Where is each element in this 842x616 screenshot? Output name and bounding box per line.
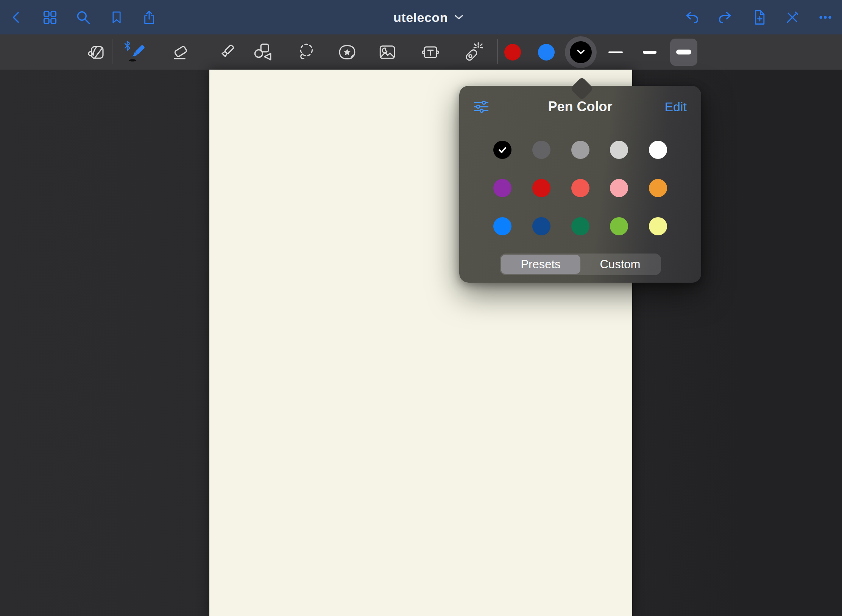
swatch-row xyxy=(493,141,667,159)
shapes-icon xyxy=(253,42,274,63)
back-button[interactable] xyxy=(3,5,29,30)
more-icon xyxy=(817,9,834,26)
popover-title: Pen Color xyxy=(548,99,612,115)
swatch-row xyxy=(493,179,667,197)
redo-icon xyxy=(716,9,733,26)
document-title: utelecon xyxy=(393,10,448,25)
eraser-tool-button[interactable] xyxy=(168,39,193,65)
lasso-tool-button[interactable] xyxy=(293,39,318,65)
color-swatch[interactable] xyxy=(571,179,589,197)
laser-pointer-icon xyxy=(462,42,483,63)
bookmark-button[interactable] xyxy=(104,5,129,30)
thickness-thick-button[interactable] xyxy=(670,39,697,66)
color-swatch[interactable] xyxy=(493,217,511,235)
add-page-icon xyxy=(751,9,767,26)
color-swatch-selected[interactable] xyxy=(493,141,511,159)
sticker-star-icon xyxy=(337,42,358,63)
color-slot-red[interactable] xyxy=(504,44,521,61)
thickness-medium-button[interactable] xyxy=(636,39,663,66)
grid-icon xyxy=(42,9,58,26)
pages-overview-button[interactable] xyxy=(37,5,63,30)
laser-pointer-tool-button[interactable] xyxy=(460,39,485,65)
highlighter-tool-button[interactable] xyxy=(214,39,239,65)
color-swatch[interactable] xyxy=(649,217,667,235)
thin-stroke-preview xyxy=(608,51,623,53)
toolbar-divider xyxy=(112,39,112,64)
color-swatch[interactable] xyxy=(532,141,550,159)
edit-colors-button[interactable]: Edit xyxy=(664,100,687,114)
back-icon xyxy=(9,9,24,26)
chevron-down-icon xyxy=(455,15,463,20)
text-tool-button[interactable] xyxy=(418,39,443,65)
shapes-tool-button[interactable] xyxy=(250,39,276,65)
medium-stroke-preview xyxy=(643,51,656,54)
scroll-mode-icon xyxy=(86,42,106,62)
segment-custom[interactable]: Custom xyxy=(580,255,660,274)
color-swatch[interactable] xyxy=(649,141,667,159)
thick-stroke-preview xyxy=(676,50,691,54)
scroll-mode-button[interactable] xyxy=(83,39,109,65)
pen-settings-button[interactable] xyxy=(474,100,489,114)
swatch-row xyxy=(493,217,667,235)
pen-tool-button[interactable] xyxy=(125,39,150,65)
share-button[interactable] xyxy=(136,5,162,30)
redo-button[interactable] xyxy=(712,5,738,30)
highlighter-icon xyxy=(216,42,237,62)
pen-color-popover: Pen Color Edit Presets Custom xyxy=(459,86,701,283)
image-tool-button[interactable] xyxy=(374,39,400,65)
more-options-button[interactable] xyxy=(812,5,838,30)
undo-icon xyxy=(684,9,701,26)
bluetooth-icon xyxy=(124,40,131,51)
selected-color-dot xyxy=(570,41,592,63)
color-swatch[interactable] xyxy=(610,179,628,197)
popover-header: Pen Color Edit xyxy=(459,86,701,128)
stop-editing-button[interactable] xyxy=(780,5,805,30)
undo-button[interactable] xyxy=(680,5,705,30)
color-swatch[interactable] xyxy=(571,141,589,159)
color-swatch[interactable] xyxy=(493,179,511,197)
tool-bar xyxy=(0,34,842,70)
image-icon xyxy=(377,42,398,63)
bookmark-icon xyxy=(109,9,124,26)
color-swatch[interactable] xyxy=(610,217,628,235)
elements-tool-button[interactable] xyxy=(334,39,360,65)
share-icon xyxy=(141,9,157,26)
color-swatch[interactable] xyxy=(571,217,589,235)
color-slot-black-selected[interactable] xyxy=(565,36,597,68)
color-swatch[interactable] xyxy=(532,179,550,197)
color-swatch[interactable] xyxy=(532,217,550,235)
color-swatch[interactable] xyxy=(649,179,667,197)
lasso-icon xyxy=(295,42,316,63)
preset-custom-segmented-control: Presets Custom xyxy=(500,254,661,275)
canvas-background xyxy=(0,70,842,616)
color-slot-blue[interactable] xyxy=(538,44,555,61)
top-navigation-bar: utelecon xyxy=(0,0,842,34)
add-page-button[interactable] xyxy=(746,5,772,30)
toolbar-divider xyxy=(497,39,498,64)
checkmark-icon xyxy=(496,143,509,156)
text-icon xyxy=(420,42,441,63)
segment-presets[interactable]: Presets xyxy=(501,255,580,274)
sliders-icon xyxy=(474,100,489,114)
pen-disable-icon xyxy=(784,9,801,26)
color-swatch[interactable] xyxy=(610,141,628,159)
document-title-button[interactable]: utelecon xyxy=(393,10,463,25)
search-button[interactable] xyxy=(70,5,96,30)
search-icon xyxy=(75,9,92,26)
chevron-down-icon xyxy=(576,49,585,55)
thickness-thin-button[interactable] xyxy=(602,39,629,66)
eraser-icon xyxy=(170,42,191,62)
swatch-grid xyxy=(459,141,701,235)
